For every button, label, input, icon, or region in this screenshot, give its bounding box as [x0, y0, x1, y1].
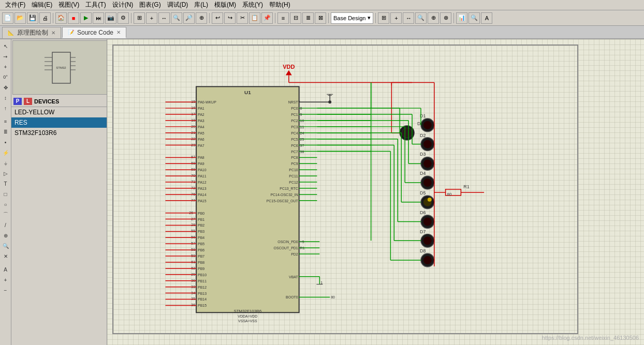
device-stm32[interactable]: STM32F103R6	[11, 128, 107, 138]
device-header: P L DEVICES	[11, 96, 107, 107]
bus-tool[interactable]: ≣	[1, 127, 10, 137]
tab-schematic[interactable]: 📐 原理图绘制 ✕	[2, 27, 61, 38]
svg-text:80: 80	[331, 295, 335, 299]
tb9[interactable]: ↔	[403, 12, 414, 24]
power-tool[interactable]: ⚡	[1, 148, 10, 157]
redo-btn[interactable]: ↪	[224, 12, 236, 24]
probe-tool[interactable]: 🔍	[1, 241, 10, 250]
tb15[interactable]: A	[481, 12, 492, 24]
step-btn[interactable]: ⏭	[93, 12, 104, 24]
new-btn[interactable]: 📄	[2, 12, 13, 24]
move-tool[interactable]: ✥	[1, 83, 10, 92]
delete-tool[interactable]: ✕	[1, 251, 10, 261]
design-dropdown[interactable]: Base Design ▾	[331, 12, 373, 24]
arc-tool[interactable]: ⌒	[1, 210, 10, 219]
svg-text:PA13: PA13	[198, 187, 207, 190]
menu-edit[interactable]: 编辑(E)	[28, 0, 55, 10]
cfg-btn[interactable]: ⚙	[118, 12, 129, 24]
tb10[interactable]: 🔍	[415, 12, 427, 24]
menu-bar: 文件(F) 编辑(E) 视图(V) 工具(T) 设计(N) 图表(G) 调试(D…	[0, 0, 644, 10]
menu-file[interactable]: 文件(F)	[2, 0, 28, 10]
copy-btn[interactable]: 📋	[249, 12, 260, 24]
open-btn[interactable]: 📂	[14, 12, 26, 24]
align4[interactable]: ⊠	[315, 12, 326, 24]
dropdown-arrow-icon: ▾	[368, 14, 371, 21]
menu-tools[interactable]: 工具(T)	[82, 0, 109, 10]
svg-text:D8: D8	[420, 248, 426, 253]
align1[interactable]: ≡	[277, 12, 289, 24]
tb7[interactable]: ⊞	[378, 12, 389, 24]
tab-source-code[interactable]: 📝 Source Code ✕	[62, 27, 126, 38]
cam-btn[interactable]: 📷	[105, 12, 116, 24]
sep5	[328, 13, 329, 23]
junction-tool[interactable]: •	[1, 138, 10, 147]
circuit-container[interactable]: VDD U1 15 PA0-WKUP 16 PA1 17 P	[112, 44, 578, 334]
play-btn[interactable]: ▶	[80, 12, 92, 24]
tab-source-close[interactable]: ✕	[116, 29, 121, 35]
menu-chart[interactable]: 图表(G)	[136, 0, 164, 10]
left-toolbar: ↖ ↗ + 0° ✥ ↕ ↑ ≡ ≣ • ⚡ ⏚ ▷ T □ ○ ⌒ / ⊕ 🔍…	[0, 39, 11, 345]
svg-text:PC2: PC2	[291, 119, 298, 123]
menu-system[interactable]: 系统(Y)	[239, 0, 266, 10]
svg-text:PB6: PB6	[198, 248, 204, 252]
text-tool[interactable]: T	[1, 179, 10, 188]
paste-btn[interactable]: 📌	[261, 12, 273, 24]
tab-schematic-close[interactable]: ✕	[51, 30, 55, 36]
inst-tool[interactable]: A	[1, 265, 10, 274]
svg-text:PC5: PC5	[291, 138, 298, 141]
print-btn[interactable]: 🖨	[39, 12, 51, 24]
port-tool[interactable]: ▷	[1, 169, 10, 178]
home-btn[interactable]: 🏠	[55, 12, 67, 24]
label-tool[interactable]: ≡	[1, 117, 10, 126]
sym-tool[interactable]: ⊕	[1, 231, 10, 240]
align2[interactable]: ⊟	[290, 12, 301, 24]
tb5[interactable]: 🔎	[183, 12, 195, 24]
tb3[interactable]: ↔	[158, 12, 170, 24]
device-led-yellow[interactable]: LED-YELLOW	[11, 107, 107, 117]
menu-view[interactable]: 视图(V)	[55, 0, 82, 10]
tb6[interactable]: ⊕	[196, 12, 207, 24]
angle-tool[interactable]: +	[1, 62, 10, 71]
flip-tool[interactable]: ↕	[1, 93, 10, 102]
svg-text:PB11: PB11	[198, 279, 207, 283]
align3[interactable]: ≣	[302, 12, 314, 24]
svg-text:PC7: PC7	[291, 150, 298, 154]
menu-design[interactable]: 设计(N)	[109, 0, 137, 10]
device-res[interactable]: RES	[11, 117, 107, 128]
tb12[interactable]: ⊗	[440, 12, 451, 24]
gnd-tool[interactable]: ⏚	[1, 158, 10, 168]
up-tool[interactable]: ↑	[1, 103, 10, 113]
tb11[interactable]: ⊕	[428, 12, 439, 24]
svg-text:PB10: PB10	[198, 273, 207, 277]
rect-tool[interactable]: □	[1, 189, 10, 199]
tb8[interactable]: +	[390, 12, 402, 24]
minus-tool[interactable]: −	[1, 286, 10, 295]
menu-help[interactable]: 帮助(H)	[266, 0, 294, 10]
circle-tool[interactable]: ○	[1, 200, 10, 209]
wire-tool[interactable]: ↗	[0, 50, 12, 63]
save-btn[interactable]: 💾	[27, 12, 38, 24]
svg-point-201	[423, 159, 432, 168]
menu-debug[interactable]: 调试(D)	[164, 0, 192, 10]
menu-library[interactable]: 库(L)	[191, 0, 211, 10]
svg-text:PC3: PC3	[291, 125, 298, 129]
tb14[interactable]: 🔍	[469, 12, 480, 24]
svg-text:PB4: PB4	[198, 236, 204, 239]
device-p-button[interactable]: P	[13, 98, 22, 105]
svg-text:PA1: PA1	[198, 107, 204, 110]
svg-text:PA14: PA14	[198, 193, 207, 197]
undo-btn[interactable]: ↩	[212, 12, 223, 24]
svg-text:PC12: PC12	[289, 181, 298, 184]
stop-btn[interactable]: ■	[68, 12, 79, 24]
tb4[interactable]: 🔍	[171, 12, 182, 24]
tb2[interactable]: +	[146, 12, 157, 24]
tb1[interactable]: ⊞	[134, 12, 145, 24]
cut-btn[interactable]: ✂	[237, 12, 248, 24]
tb13[interactable]: 📊	[456, 12, 467, 24]
device-l-button[interactable]: L	[24, 98, 32, 105]
svg-text:11: 11	[300, 125, 304, 129]
plus-tool[interactable]: +	[1, 275, 10, 284]
line-tool[interactable]: /	[1, 220, 10, 230]
zero-btn[interactable]: 0°	[1, 72, 10, 82]
menu-template[interactable]: 模版(M)	[211, 0, 239, 10]
